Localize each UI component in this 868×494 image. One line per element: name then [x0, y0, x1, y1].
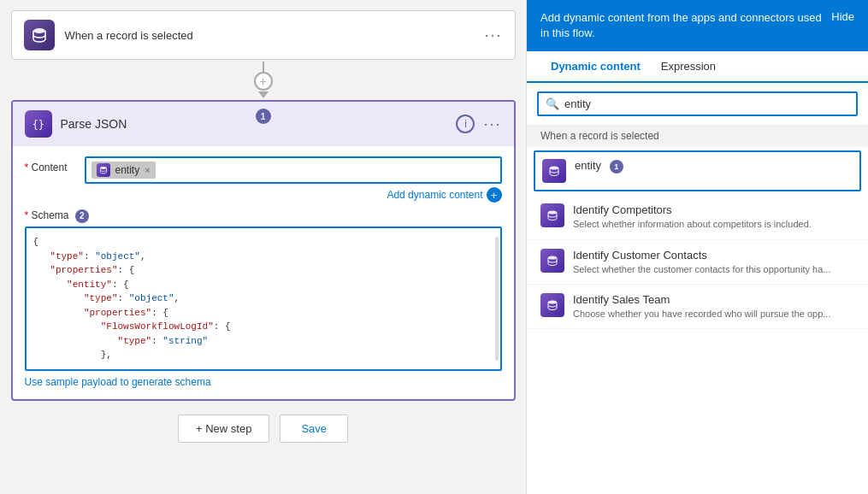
- dynamic-item-entity[interactable]: entity 1: [534, 150, 861, 191]
- sales-team-item-desc: Choose whether you have recorded who wil…: [573, 308, 854, 320]
- dynamic-item-competitors[interactable]: Identify Competitors Select whether info…: [527, 195, 868, 239]
- svg-point-0: [33, 28, 45, 33]
- parse-json-step-badge: 1: [256, 109, 271, 124]
- trigger-more-button[interactable]: ···: [484, 26, 502, 44]
- svg-point-3: [550, 167, 558, 170]
- entity-item-icon: [542, 159, 566, 183]
- parse-json-body: * Content entity: [13, 146, 514, 399]
- dynamic-content-section: When a record is selected entity 1: [527, 125, 868, 494]
- add-dynamic-plus-button[interactable]: +: [487, 187, 502, 203]
- svg-point-4: [548, 211, 557, 215]
- competitors-item-content: Identify Competitors Select whether info…: [573, 203, 854, 230]
- search-box: 🔍: [537, 91, 858, 116]
- content-required-star: *: [25, 162, 32, 173]
- add-dynamic-row: Add dynamic content +: [85, 187, 502, 203]
- sales-team-item-icon: [540, 293, 564, 317]
- trigger-card: When a record is selected ···: [11, 10, 516, 60]
- add-dynamic-link[interactable]: Add dynamic content: [387, 189, 482, 201]
- customer-contacts-item-desc: Select whether the customer contacts for…: [573, 263, 854, 275]
- connector-arrow: [258, 91, 269, 98]
- svg-point-2: [100, 167, 106, 169]
- parse-json-card: {} Parse JSON 1 i ··· * Content: [11, 100, 516, 401]
- entity-tag-label: entity: [115, 164, 140, 176]
- search-icon: 🔍: [546, 97, 559, 110]
- schema-scrollbar[interactable]: [495, 237, 499, 361]
- entity-step-badge: 1: [610, 160, 623, 173]
- right-panel-header-text: Add dynamic content from the apps and co…: [540, 10, 831, 41]
- hide-button[interactable]: Hide: [831, 10, 854, 23]
- competitors-item-icon: [540, 203, 564, 227]
- tab-expression[interactable]: Expression: [651, 51, 726, 83]
- customer-contacts-item-content: Identify Customer Contacts Select whethe…: [573, 249, 854, 275]
- sample-payload-link[interactable]: Use sample payload to generate schema: [25, 376, 211, 388]
- schema-code: { "type": "object", "properties": { "ent…: [33, 235, 493, 362]
- new-step-button[interactable]: + New step: [178, 415, 269, 443]
- tab-dynamic-content[interactable]: Dynamic content: [540, 51, 651, 83]
- entity-item-content: entity 1: [575, 159, 853, 173]
- content-field-row: * Content entity: [25, 156, 502, 203]
- info-button[interactable]: i: [456, 115, 475, 133]
- trigger-icon: [24, 20, 55, 50]
- right-panel-tabs: Dynamic content Expression: [527, 51, 868, 83]
- dynamic-item-sales-team[interactable]: Identify Sales Team Choose whether you h…: [527, 285, 868, 329]
- section-header: When a record is selected: [527, 125, 868, 147]
- content-field-area: entity × Add dynamic content +: [85, 156, 502, 203]
- schema-section: * Schema 2 { "type": "object", "properti…: [25, 209, 502, 389]
- entity-item-title: entity 1: [575, 159, 853, 173]
- dynamic-item-customer-contacts[interactable]: Identify Customer Contacts Select whethe…: [527, 240, 868, 285]
- save-button[interactable]: Save: [280, 415, 348, 443]
- svg-point-5: [548, 256, 557, 259]
- add-step-circle[interactable]: +: [254, 72, 273, 91]
- right-panel: Add dynamic content from the apps and co…: [526, 0, 868, 494]
- trigger-title: When a record is selected: [65, 29, 485, 42]
- parse-json-icon: {}: [25, 110, 52, 138]
- connector: +: [254, 62, 273, 98]
- sales-team-item-title: Identify Sales Team: [573, 293, 854, 306]
- entity-tag: entity ×: [92, 162, 156, 179]
- left-panel: When a record is selected ··· + {} Parse…: [0, 0, 526, 494]
- parse-json-more-button[interactable]: ···: [483, 115, 501, 133]
- right-panel-header: Add dynamic content from the apps and co…: [527, 0, 868, 51]
- schema-step-badge: 2: [75, 209, 89, 223]
- svg-point-6: [548, 300, 557, 303]
- entity-tag-icon: [97, 163, 110, 177]
- entity-tag-close[interactable]: ×: [145, 165, 150, 175]
- svg-text:{}: {}: [32, 119, 44, 131]
- search-input[interactable]: [564, 97, 849, 110]
- content-input[interactable]: entity ×: [85, 156, 502, 184]
- sales-team-item-content: Identify Sales Team Choose whether you h…: [573, 293, 854, 320]
- customer-contacts-item-icon: [540, 249, 564, 273]
- competitors-item-desc: Select whether information about competi…: [573, 218, 854, 230]
- parse-json-header: {} Parse JSON 1 i ···: [13, 102, 514, 146]
- connector-line-top: [263, 62, 264, 72]
- schema-label: * Schema 2: [25, 209, 502, 223]
- content-label: * Content: [25, 156, 85, 173]
- customer-contacts-item-title: Identify Customer Contacts: [573, 249, 854, 262]
- bottom-actions: + New step Save: [178, 415, 348, 443]
- schema-textarea[interactable]: { "type": "object", "properties": { "ent…: [25, 226, 502, 371]
- competitors-item-title: Identify Competitors: [573, 203, 854, 216]
